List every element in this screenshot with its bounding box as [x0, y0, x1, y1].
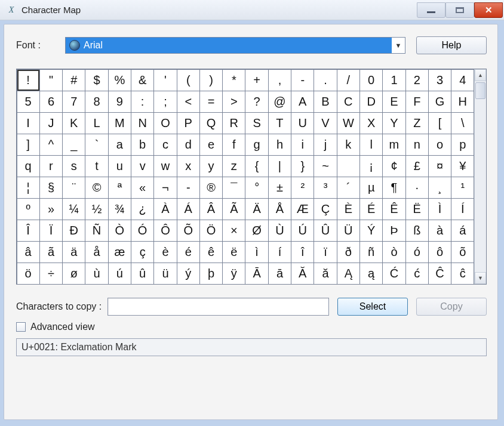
char-cell[interactable]: "	[39, 69, 63, 91]
char-cell[interactable]: ö	[17, 263, 40, 285]
char-cell[interactable]: e	[199, 134, 223, 156]
char-cell[interactable]: p	[451, 134, 474, 156]
char-cell[interactable]: E	[382, 91, 405, 113]
char-cell[interactable]: ¡	[359, 155, 383, 177]
select-button[interactable]: Select	[337, 298, 408, 316]
char-cell[interactable]: G	[428, 91, 451, 113]
char-cell[interactable]: Ć	[382, 263, 405, 285]
char-cell[interactable]: {	[245, 155, 268, 177]
char-cell[interactable]: w	[153, 155, 177, 177]
char-cell[interactable]: ¨	[62, 177, 85, 199]
char-cell[interactable]: è	[153, 241, 177, 263]
char-cell[interactable]: M	[108, 112, 131, 134]
char-cell[interactable]: È	[337, 198, 360, 220]
char-cell[interactable]: R	[222, 112, 245, 134]
char-cell[interactable]: %	[108, 69, 131, 91]
char-cell[interactable]: ¹	[451, 177, 474, 199]
char-cell[interactable]: L	[85, 112, 108, 134]
char-cell[interactable]: ß	[405, 220, 429, 242]
char-cell[interactable]: s	[62, 155, 85, 177]
char-cell[interactable]: å	[85, 241, 108, 263]
char-cell[interactable]: A	[291, 91, 314, 113]
char-cell[interactable]: µ	[359, 177, 383, 199]
char-cell[interactable]	[337, 155, 360, 177]
char-cell[interactable]: â	[17, 241, 40, 263]
char-cell[interactable]: b	[131, 134, 154, 156]
char-cell[interactable]: Â	[199, 198, 223, 220]
char-cell[interactable]: C	[337, 91, 360, 113]
char-cell[interactable]: t	[85, 155, 108, 177]
char-cell[interactable]: P	[177, 112, 200, 134]
char-cell[interactable]: 6	[39, 91, 63, 113]
char-cell[interactable]: #	[62, 69, 85, 91]
char-cell[interactable]: Á	[177, 198, 200, 220]
char-cell[interactable]: Z	[405, 112, 429, 134]
char-cell[interactable]: (	[177, 69, 200, 91]
scroll-thumb[interactable]	[475, 82, 485, 99]
vertical-scrollbar[interactable]: ▲ ▼	[474, 69, 486, 284]
char-cell[interactable]: ,	[268, 69, 291, 91]
char-cell[interactable]: ă	[314, 263, 337, 285]
char-cell[interactable]: ;	[153, 91, 177, 113]
char-cell[interactable]: ë	[222, 241, 245, 263]
char-cell[interactable]: Ó	[131, 220, 154, 242]
char-cell[interactable]: ý	[177, 263, 200, 285]
char-cell[interactable]: à	[428, 220, 451, 242]
char-cell[interactable]: :	[131, 91, 154, 113]
char-cell[interactable]: ¿	[131, 198, 154, 220]
char-cell[interactable]: Õ	[177, 220, 200, 242]
char-cell[interactable]: =	[199, 91, 223, 113]
char-cell[interactable]: .	[314, 69, 337, 91]
char-cell[interactable]: |	[268, 155, 291, 177]
char-cell[interactable]: Û	[314, 220, 337, 242]
char-cell[interactable]: Ú	[291, 220, 314, 242]
char-cell[interactable]: î	[291, 241, 314, 263]
char-cell[interactable]: Ñ	[85, 220, 108, 242]
char-cell[interactable]: q	[17, 155, 40, 177]
char-cell[interactable]: ð	[337, 241, 360, 263]
char-cell[interactable]: 0	[359, 69, 383, 91]
char-cell[interactable]: /	[337, 69, 360, 91]
advanced-view-checkbox[interactable]	[16, 322, 26, 332]
char-cell[interactable]: ~	[314, 155, 337, 177]
char-cell[interactable]: ®	[199, 177, 223, 199]
char-cell[interactable]: Ä	[245, 198, 268, 220]
char-cell[interactable]: B	[314, 91, 337, 113]
maximize-button[interactable]	[445, 2, 474, 18]
char-cell[interactable]: r	[39, 155, 63, 177]
char-cell[interactable]: ]	[17, 134, 40, 156]
char-cell[interactable]: ô	[428, 241, 451, 263]
char-cell[interactable]: k	[337, 134, 360, 156]
char-cell[interactable]: í	[268, 241, 291, 263]
char-cell[interactable]: h	[268, 134, 291, 156]
char-cell[interactable]: ¬	[153, 177, 177, 199]
char-cell[interactable]: Ï	[39, 220, 63, 242]
char-cell[interactable]: c	[153, 134, 177, 156]
char-cell[interactable]: U	[291, 112, 314, 134]
char-cell[interactable]: Ĉ	[428, 263, 451, 285]
char-cell[interactable]: ì	[245, 241, 268, 263]
char-cell[interactable]: ą	[359, 263, 383, 285]
char-cell[interactable]: N	[131, 112, 154, 134]
char-cell[interactable]: ¤	[428, 155, 451, 177]
char-cell[interactable]: Í	[451, 198, 474, 220]
char-cell[interactable]: ¢	[382, 155, 405, 177]
char-cell[interactable]: ó	[405, 241, 429, 263]
char-cell[interactable]: Q	[199, 112, 223, 134]
char-cell[interactable]: ÷	[39, 263, 63, 285]
char-cell[interactable]: !	[17, 69, 40, 91]
char-cell[interactable]: a	[108, 134, 131, 156]
char-cell[interactable]: _	[62, 134, 85, 156]
char-cell[interactable]: Ì	[428, 198, 451, 220]
char-cell[interactable]: X	[359, 112, 383, 134]
help-button[interactable]: Help	[416, 36, 487, 54]
char-cell[interactable]: Ă	[291, 263, 314, 285]
char-cell[interactable]: m	[382, 134, 405, 156]
char-cell[interactable]: Ā	[245, 263, 268, 285]
char-cell[interactable]: Ç	[314, 198, 337, 220]
char-cell[interactable]: +	[245, 69, 268, 91]
char-cell[interactable]: ê	[199, 241, 223, 263]
char-cell[interactable]: f	[222, 134, 245, 156]
char-cell[interactable]: ?	[245, 91, 268, 113]
char-cell[interactable]: Ô	[153, 220, 177, 242]
